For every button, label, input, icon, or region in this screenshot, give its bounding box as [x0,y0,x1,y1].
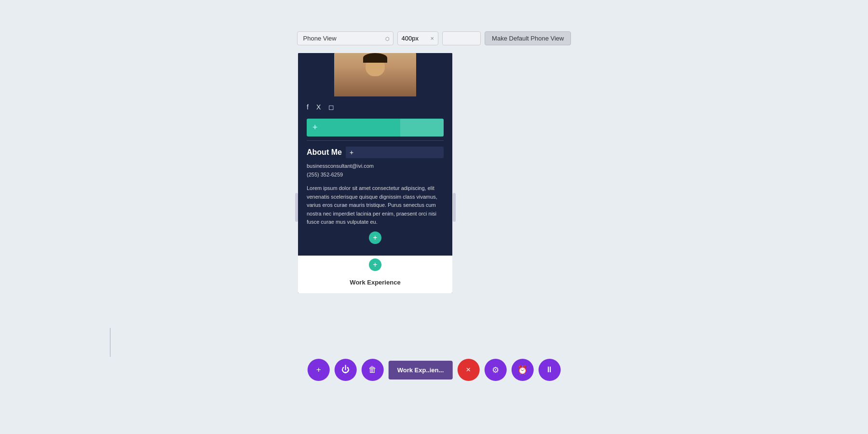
add-icon: + [316,365,321,375]
px-input-group: 400px × [397,31,439,45]
view-selector-wrapper: Phone View [297,31,393,45]
about-title-overlay: + [346,147,444,158]
bio-text: Lorem ipsum dolor sit amet consectetur a… [307,184,444,227]
work-section-label: Work Experience [307,279,444,286]
profile-image-area [298,53,452,96]
extra-toolbar-input[interactable] [442,31,481,45]
add-block-icon: + [312,122,318,133]
view-toolbar: Phone View 400px × Make Default Phone Vi… [0,31,868,45]
social-icons-row: f X ◻ [298,96,452,116]
add-toolbar-button[interactable]: + [308,359,330,381]
instagram-icon[interactable]: ◻ [328,103,334,111]
close-icon: × [466,365,471,375]
trash-icon: 🗑 [368,365,377,375]
power-toolbar-button[interactable]: ⏻ [335,359,357,381]
about-section: About Me + businessconsultant@ivi.com (2… [298,147,452,256]
about-title-row: About Me + [307,147,444,158]
work-experience-section: Work Experience [298,274,452,293]
phone-preview: f X ◻ + About Me + businessconsultant@iv… [298,53,452,293]
gear-icon: ⚙ [492,365,499,375]
pause-toolbar-button[interactable]: ⏸ [538,359,560,381]
resize-handle-right[interactable] [453,193,456,222]
section-divider [307,140,444,141]
px-clear-button[interactable]: × [427,32,438,45]
make-default-button[interactable]: Make Default Phone View [485,31,571,45]
view-selector[interactable]: Phone View [297,31,393,45]
power-icon: ⏻ [341,365,350,375]
add-block-button[interactable]: + [307,119,444,136]
twitter-x-icon[interactable]: X [316,103,321,111]
add-section-button[interactable]: + [369,231,381,244]
close-toolbar-button[interactable]: × [457,359,479,381]
trash-toolbar-button[interactable]: 🗑 [362,359,384,381]
phone-contact: (255) 352-6259 [307,172,444,177]
clock-toolbar-button[interactable]: ⏰ [511,359,533,381]
px-input[interactable]: 400px [398,32,427,45]
person-hat [363,53,387,63]
work-label-center: Work Exp..ien... [389,361,453,380]
person-silhouette [334,53,416,96]
sidebar-vertical-line [110,328,110,357]
email-contact: businessconsultant@ivi.com [307,163,444,169]
profile-image [334,53,416,96]
clock-icon: ⏰ [517,365,528,375]
gear-toolbar-button[interactable]: ⚙ [484,359,506,381]
about-title: About Me [307,148,342,157]
bottom-floating-toolbar: + ⏻ 🗑 Work Exp..ien... × ⚙ ⏰ ⏸ [308,359,561,381]
pause-icon: ⏸ [545,365,554,375]
add-between-sections-container: + [298,256,452,274]
add-between-sections-button[interactable]: + [369,258,381,271]
overlay-plus-icon: + [350,149,353,156]
add-section-circle-container: + [307,227,444,248]
facebook-icon[interactable]: f [307,103,309,111]
